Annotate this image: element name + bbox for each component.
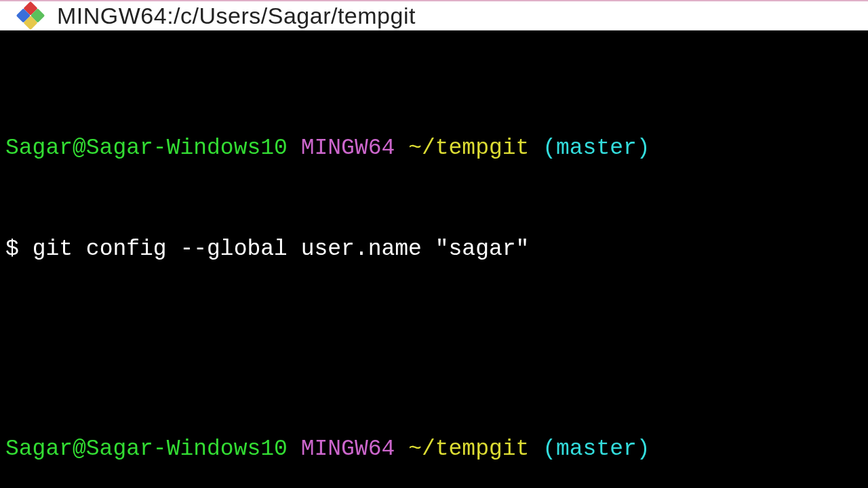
env-label: MINGW64 [301,136,395,161]
cwd-path: ~/tempgit [408,136,529,161]
prompt-line-1: Sagar@Sagar-Windows10 MINGW64 ~/tempgit … [5,131,863,165]
user-host: Sagar@Sagar-Windows10 [5,436,288,462]
window-title: MINGW64:/c/Users/Sagar/tempgit [57,3,416,29]
user-host: Sagar@Sagar-Windows10 [5,136,288,161]
command-line-1: $ git config --global user.name "sagar" [5,232,863,266]
prompt-line-2: Sagar@Sagar-Windows10 MINGW64 ~/tempgit … [5,432,863,466]
git-branch: (master) [542,436,650,462]
env-label: MINGW64 [301,436,395,462]
terminal-window: MINGW64:/c/Users/Sagar/tempgit Sagar@Sag… [0,0,868,488]
cwd-path: ~/tempgit [408,436,529,462]
git-bash-icon [16,1,45,30]
blank-line [5,333,863,365]
prompt-symbol: $ [5,237,19,262]
git-branch: (master) [542,136,650,161]
terminal-body[interactable]: Sagar@Sagar-Windows10 MINGW64 ~/tempgit … [0,30,868,488]
command-text: git config --global user.name "sagar" [33,237,530,262]
titlebar[interactable]: MINGW64:/c/Users/Sagar/tempgit [0,1,868,30]
